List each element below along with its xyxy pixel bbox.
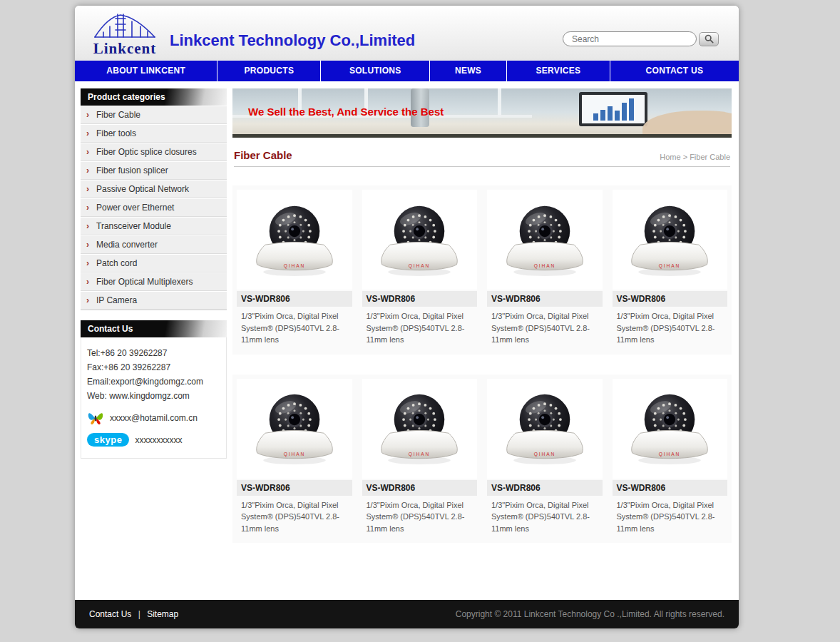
chevron-right-icon: › — [86, 184, 96, 194]
nav-item[interactable]: CONTACT US — [610, 61, 739, 81]
chevron-right-icon: › — [86, 221, 96, 231]
banner-desk-edge — [232, 134, 732, 138]
product-description: 1/3"Pixim Orca, Digital Pixel System® (D… — [487, 307, 603, 346]
msn-account[interactable]: xxxxx@hotamil.com.cn — [110, 413, 198, 423]
product-photo: QIHAN — [613, 379, 728, 479]
dome-camera-image: QIHAN — [375, 200, 463, 280]
product-card[interactable]: QIHAN VS-WDR806 1/3"Pixim Orca, Digital … — [237, 190, 352, 346]
product-name[interactable]: VS-WDR806 — [362, 480, 478, 496]
site-header: Linkcent Linkcent Technology Co.,Limited — [75, 6, 739, 61]
company-title: Linkcent Technology Co.,Limited — [170, 31, 415, 50]
contact-info-line: Email:export@kingdomgz.com — [87, 374, 220, 389]
logo[interactable]: Linkcent — [82, 9, 168, 58]
msn-row: xxxxx@hotamil.com.cn — [87, 410, 220, 426]
sidebar: Product categories › Fiber Cable › Fiber… — [81, 88, 227, 600]
nav-item[interactable]: PRODUCTS — [217, 61, 321, 81]
sidebar-category-item[interactable]: › Media converter — [81, 235, 227, 254]
camera-brand-text: QIHAN — [533, 452, 555, 457]
chevron-right-icon: › — [86, 110, 96, 120]
nav-item[interactable]: SERVICES — [507, 61, 610, 81]
dome-camera-image: QIHAN — [625, 200, 714, 280]
search-button[interactable] — [699, 32, 719, 46]
product-name[interactable]: VS-WDR806 — [613, 480, 728, 496]
product-photo: QIHAN — [362, 379, 478, 479]
product-name[interactable]: VS-WDR806 — [237, 291, 352, 307]
product-card[interactable]: QIHAN VS-WDR806 1/3"Pixim Orca, Digital … — [487, 379, 603, 535]
product-photo: QIHAN — [237, 190, 352, 290]
chevron-right-icon: › — [86, 295, 96, 305]
contact-info-line: Fax:+86 20 39262287 — [87, 360, 220, 374]
product-card[interactable]: QIHAN VS-WDR806 1/3"Pixim Orca, Digital … — [613, 379, 728, 535]
chevron-right-icon: › — [86, 128, 96, 138]
chevron-right-icon: › — [86, 147, 96, 157]
chevron-right-icon: › — [86, 240, 96, 250]
product-card[interactable]: QIHAN VS-WDR806 1/3"Pixim Orca, Digital … — [362, 379, 478, 535]
sidebar-category-item[interactable]: › Power over Ethernet — [81, 198, 227, 217]
product-card[interactable]: QIHAN VS-WDR806 1/3"Pixim Orca, Digital … — [487, 190, 603, 346]
breadcrumb-home[interactable]: Home — [660, 153, 680, 161]
contact-info-line: Tel:+86 20 39262287 — [87, 346, 220, 360]
product-card[interactable]: QIHAN VS-WDR806 1/3"Pixim Orca, Digital … — [362, 190, 478, 346]
chevron-right-icon: › — [86, 277, 96, 287]
sidebar-category-item[interactable]: › Fiber Optical Multiplexers — [81, 272, 227, 291]
sidebar-category-item[interactable]: › IP Camera — [81, 291, 227, 310]
page-container: Linkcent Linkcent Technology Co.,Limited… — [75, 6, 739, 628]
product-description: 1/3"Pixim Orca, Digital Pixel System® (D… — [487, 496, 603, 535]
category-list: › Fiber Cable › Fiber tools › Fiber Opti… — [81, 106, 227, 310]
product-name[interactable]: VS-WDR806 — [362, 291, 478, 307]
dome-camera-image: QIHAN — [501, 200, 589, 280]
site-footer: Contact Us | Sitemap Copyright © 2011 Li… — [75, 600, 739, 628]
camera-brand-text: QIHAN — [409, 263, 431, 268]
banner-laptop — [579, 92, 647, 126]
banner-slogan: We Sell the Best, And Service the Best — [248, 106, 444, 118]
contact-body: Tel:+86 20 39262287 Fax:+86 20 39262287 … — [81, 337, 227, 459]
page-title-row: Fiber Cable Home > Fiber Cable — [234, 149, 730, 167]
sidebar-category-label: Transceiver Module — [96, 221, 171, 231]
camera-brand-text: QIHAN — [533, 263, 555, 268]
skype-logo: skype — [87, 433, 129, 447]
sidebar-category-item[interactable]: › Fiber tools — [81, 124, 227, 143]
sidebar-category-item[interactable]: › Patch cord — [81, 254, 227, 272]
nav-item[interactable]: ABOUT LINKCENT — [75, 61, 217, 81]
product-description: 1/3"Pixim Orca, Digital Pixel System® (D… — [237, 307, 352, 346]
product-name[interactable]: VS-WDR806 — [613, 291, 728, 307]
skype-account[interactable]: xxxxxxxxxxx — [135, 435, 182, 445]
product-description: 1/3"Pixim Orca, Digital Pixel System® (D… — [362, 307, 478, 346]
search-input[interactable] — [563, 31, 697, 46]
copyright-text: Copyright © 2011 Linkcent Technology Co … — [456, 609, 724, 619]
sidebar-category-label: Fiber fusion splicer — [96, 165, 168, 175]
sidebar-category-label: Fiber Optical Multiplexers — [96, 277, 193, 287]
main-navigation: ABOUT LINKCENT PRODUCTS SOLUTIONS NEWS S… — [75, 61, 739, 81]
chevron-right-icon: › — [86, 165, 96, 175]
product-description: 1/3"Pixim Orca, Digital Pixel System® (D… — [613, 307, 728, 346]
camera-brand-text: QIHAN — [409, 452, 431, 457]
banner-photo: We Sell the Best, And Service the Best — [232, 88, 732, 138]
product-description: 1/3"Pixim Orca, Digital Pixel System® (D… — [237, 496, 352, 535]
product-card[interactable]: QIHAN VS-WDR806 1/3"Pixim Orca, Digital … — [613, 190, 728, 346]
sidebar-category-item[interactable]: › Transceiver Module — [81, 217, 227, 235]
msn-butterfly-icon — [87, 410, 104, 426]
product-categories-header: Product categories — [81, 88, 227, 106]
camera-brand-text: QIHAN — [659, 263, 681, 268]
nav-item[interactable]: SOLUTIONS — [321, 61, 430, 81]
sidebar-category-item[interactable]: › Fiber Optic splice closures — [81, 143, 227, 161]
product-name[interactable]: VS-WDR806 — [487, 291, 603, 307]
dome-camera-image: QIHAN — [250, 200, 339, 280]
nav-item[interactable]: NEWS — [430, 61, 507, 81]
chevron-right-icon: › — [86, 258, 96, 268]
footer-contact-link[interactable]: Contact Us — [89, 609, 131, 619]
sidebar-category-item[interactable]: › Fiber fusion splicer — [81, 161, 227, 180]
dome-camera-image: QIHAN — [625, 388, 714, 469]
dome-camera-image: QIHAN — [501, 388, 589, 469]
product-card[interactable]: QIHAN VS-WDR806 1/3"Pixim Orca, Digital … — [237, 379, 352, 535]
sidebar-category-item[interactable]: › Passive Optical Network — [81, 180, 227, 198]
product-photo: QIHAN — [613, 190, 728, 290]
sidebar-category-label: Patch cord — [96, 258, 137, 268]
dome-camera-image: QIHAN — [375, 388, 463, 469]
camera-brand-text: QIHAN — [283, 263, 305, 268]
product-name[interactable]: VS-WDR806 — [487, 480, 603, 496]
sidebar-category-item[interactable]: › Fiber Cable — [81, 106, 227, 124]
footer-sitemap-link[interactable]: Sitemap — [147, 609, 178, 619]
product-name[interactable]: VS-WDR806 — [237, 480, 352, 496]
product-grid-row: QIHAN VS-WDR806 1/3"Pixim Orca, Digital … — [232, 185, 732, 355]
